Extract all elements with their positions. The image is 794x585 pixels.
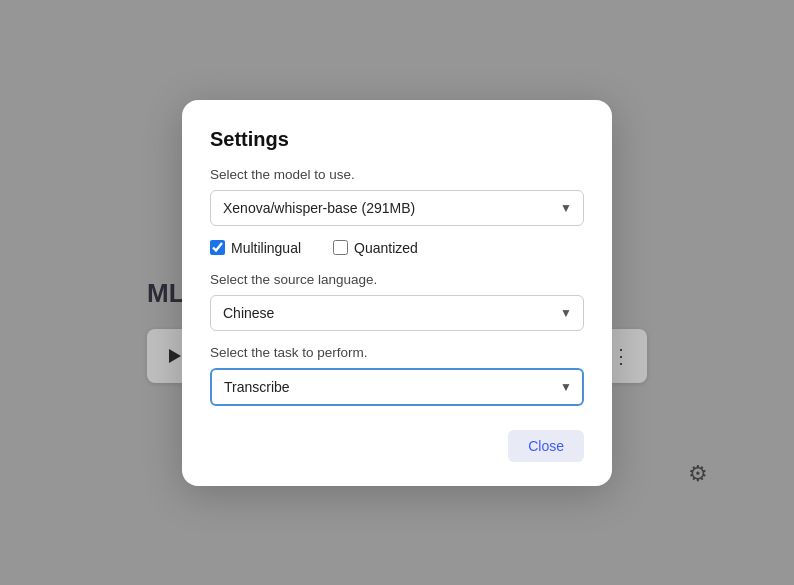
multilingual-checkbox-label[interactable]: Multilingual xyxy=(210,240,301,256)
checkbox-row: Multilingual Quantized xyxy=(210,240,584,256)
quantized-checkbox[interactable] xyxy=(333,240,348,255)
close-button[interactable]: Close xyxy=(508,430,584,462)
modal-overlay: Settings Select the model to use. Xenova… xyxy=(0,0,794,585)
language-section-label: Select the source language. xyxy=(210,272,584,287)
language-select-wrapper: Auto-detect English Chinese French Germa… xyxy=(210,295,584,331)
modal-footer: Close xyxy=(210,430,584,462)
model-select-wrapper: Xenova/whisper-base (291MB) Xenova/whisp… xyxy=(210,190,584,226)
task-select[interactable]: Transcribe Translate xyxy=(210,368,584,406)
task-select-wrapper: Transcribe Translate ▼ xyxy=(210,368,584,406)
language-select[interactable]: Auto-detect English Chinese French Germa… xyxy=(210,295,584,331)
quantized-label: Quantized xyxy=(354,240,418,256)
multilingual-checkbox[interactable] xyxy=(210,240,225,255)
model-section-label: Select the model to use. xyxy=(210,167,584,182)
settings-modal: Settings Select the model to use. Xenova… xyxy=(182,100,612,486)
quantized-checkbox-label[interactable]: Quantized xyxy=(333,240,418,256)
model-select[interactable]: Xenova/whisper-base (291MB) Xenova/whisp… xyxy=(210,190,584,226)
task-section-label: Select the task to perform. xyxy=(210,345,584,360)
modal-title: Settings xyxy=(210,128,584,151)
multilingual-label: Multilingual xyxy=(231,240,301,256)
